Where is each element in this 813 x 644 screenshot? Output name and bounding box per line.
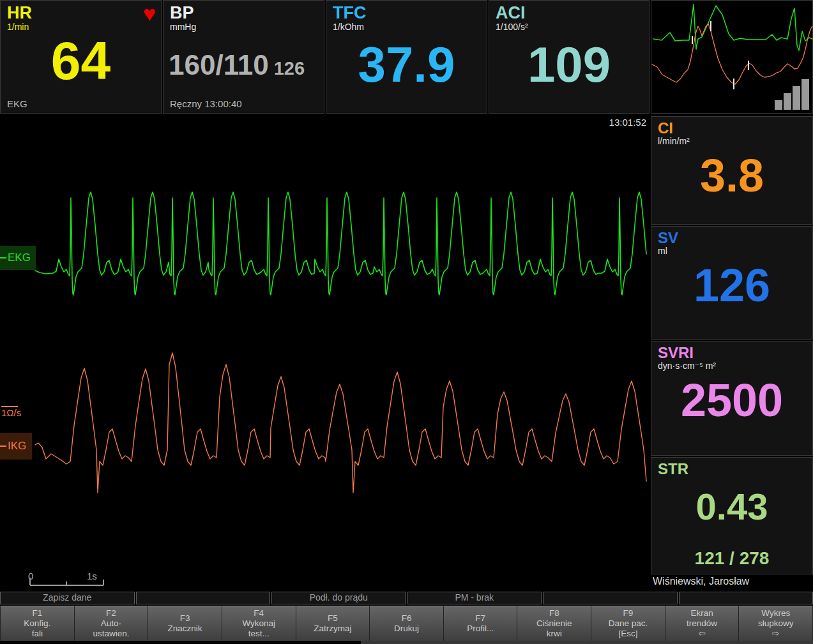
tfc-unit: 1/kOhm — [333, 22, 366, 32]
arrow-right-icon: ⇨ — [772, 629, 779, 639]
bp-label: BP — [170, 4, 196, 22]
status-power-connected: Podł. do prądu — [271, 592, 406, 604]
svri-unit: dyn·s·cm⁻⁵ m² — [658, 361, 716, 371]
signal-bars-icon — [775, 79, 809, 110]
tfc-label: TFC — [333, 4, 366, 22]
fkey-f9-dane-pacjenta[interactable]: F9Dane pac.[Esc] — [591, 606, 665, 641]
status-empty-3 — [679, 592, 813, 604]
bp-value-group: 160/110 126 — [169, 49, 305, 81]
ikg-wave-label[interactable]: IKG — [0, 433, 32, 460]
arrow-left-icon: ⇦ — [698, 629, 705, 639]
vital-tile-bp[interactable]: BP mmHg 160/110 126 Ręczny 13:00:40 — [163, 0, 324, 114]
function-key-bar: F1Konfig.fali F2Auto-ustawien. F3Znaczni… — [0, 606, 813, 641]
ekg-wave-label[interactable]: EKG — [0, 246, 36, 270]
str-label: STR — [658, 461, 688, 477]
vital-tile-tfc[interactable]: TFC 1/kOhm 37.9 — [326, 0, 487, 114]
button-ekran-trendow[interactable]: Ekrantrendów⇦ — [665, 606, 740, 641]
bottom-edge-strip — [361, 641, 813, 644]
ikg-wave-label-text: IKG — [8, 440, 26, 453]
aci-unit: 1/100/s² — [496, 22, 528, 32]
bp-unit: mmHg — [170, 22, 196, 32]
fkey-f7-profil[interactable]: F7Profil... — [444, 606, 518, 641]
wave-timestamp: 13:01:52 — [556, 117, 646, 128]
waveform-display — [0, 115, 651, 590]
hr-source-label: EKG — [7, 98, 27, 109]
aci-label: ACI — [496, 4, 528, 22]
fkey-f5-zatrzymaj[interactable]: F5Zatrzymaj — [296, 606, 370, 641]
trend-preview-panel[interactable] — [651, 0, 813, 114]
status-save-data: Zapisz dane — [0, 592, 135, 604]
ci-value: 3.8 — [651, 149, 812, 202]
tfc-value: 37.9 — [326, 36, 487, 93]
status-empty-2 — [543, 592, 678, 604]
vital-tile-hr[interactable]: HR 1/min ♥ 64 EKG — [0, 0, 162, 114]
vital-tile-svri[interactable]: SVRI dyn·s·cm⁻⁵ m² 2500 — [651, 341, 813, 456]
monitor-screen: HR 1/min ♥ 64 EKG BP mmHg 160/110 126 Rę… — [0, 0, 813, 644]
fkey-f1-konfig-fali[interactable]: F1Konfig.fali — [0, 606, 75, 641]
fkey-f6-drukuj[interactable]: F6Drukuj — [370, 606, 444, 641]
fkey-f2-auto-ustawienia[interactable]: F2Auto-ustawien. — [75, 606, 149, 641]
fkey-f3-znacznik[interactable]: F3Znacznik — [148, 606, 222, 641]
status-empty-1 — [136, 592, 271, 604]
svri-label: SVRI — [658, 345, 716, 361]
status-bar: Zapisz dane Podł. do prądu PM - brak — [0, 592, 813, 604]
ci-unit: l/min/m² — [658, 136, 690, 146]
aci-value: 109 — [489, 36, 649, 93]
bp-value: 160/110 — [169, 49, 269, 81]
vital-tile-sv[interactable]: SV ml 126 — [651, 226, 813, 340]
str-value: 0.43 — [651, 484, 812, 529]
ikg-trace-dash-icon — [0, 446, 6, 447]
ruler-line — [26, 571, 121, 588]
patient-name: Wiśniewski, Jarosław — [653, 576, 749, 587]
bp-mean-value: 126 — [274, 58, 305, 79]
button-wykres-slupkowy[interactable]: Wykressłupkowy⇨ — [739, 606, 813, 641]
hr-label: HR — [7, 4, 32, 22]
bp-mode-timestamp: Ręczny 13:00:40 — [170, 98, 242, 109]
vital-tile-ci[interactable]: CI l/min/m² 3.8 — [651, 116, 813, 225]
svri-value: 2500 — [651, 373, 812, 427]
ekg-wave-label-text: EKG — [8, 251, 31, 264]
time-scale-ruler: 0 1s — [26, 571, 121, 588]
vital-tile-aci[interactable]: ACI 1/100/s² 109 — [489, 0, 650, 114]
status-pacemaker: PM - brak — [407, 592, 542, 604]
vital-tile-str[interactable]: STR 0.43 121 / 278 — [651, 457, 813, 574]
heart-icon: ♥ — [143, 4, 156, 23]
str-ratio-value: 121 / 278 — [651, 548, 812, 569]
ikg-scale-text: 1Ω/s — [1, 407, 21, 418]
sv-unit: ml — [658, 246, 678, 256]
ci-label: CI — [658, 120, 690, 136]
hr-value: 64 — [1, 30, 161, 91]
sv-value: 126 — [651, 258, 812, 312]
fkey-f8-cisnienie-krwi[interactable]: F8Ciśnieniekrwi — [517, 606, 591, 641]
sv-label: SV — [658, 230, 678, 246]
ekg-trace-dash-icon — [0, 257, 6, 258]
ikg-scale-marker: 1Ω/s — [1, 406, 21, 418]
fkey-f4-wykonaj-test[interactable]: F4Wykonajtest... — [222, 606, 296, 641]
